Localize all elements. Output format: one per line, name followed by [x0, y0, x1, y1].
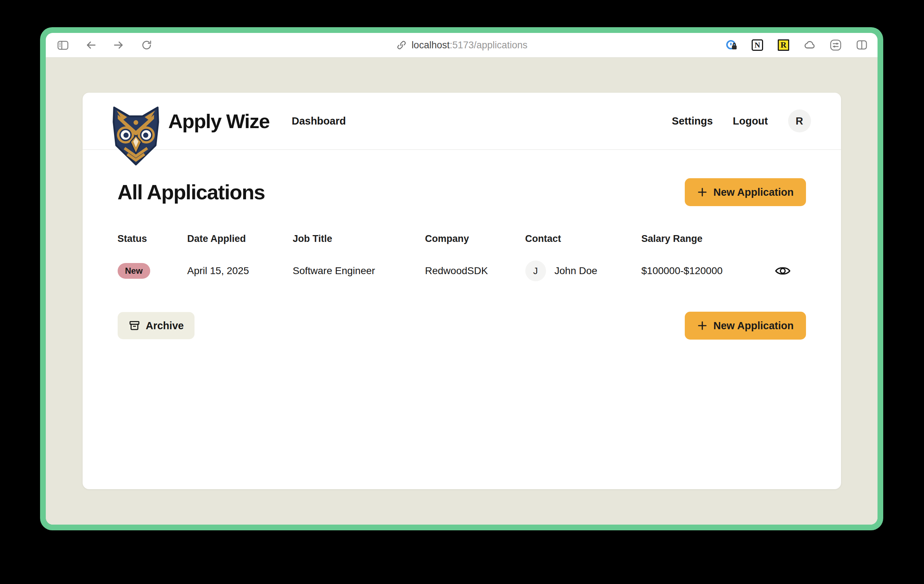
- browser-toolbar: localhost:5173/applications N R: [46, 33, 878, 58]
- col-salary-range: Salary Range: [642, 233, 759, 245]
- new-application-button-top[interactable]: New Application: [685, 178, 806, 206]
- browser-window: localhost:5173/applications N R: [40, 27, 883, 530]
- logout-link[interactable]: Logout: [733, 115, 768, 127]
- col-company: Company: [425, 233, 525, 245]
- app-header: Apply Wize Dashboard Settings Logout R: [82, 93, 841, 150]
- cell-company: RedwoodSDK: [425, 265, 525, 276]
- plus-icon: [697, 187, 708, 197]
- archive-button[interactable]: Archive: [118, 312, 195, 339]
- page-title: All Applications: [118, 178, 265, 207]
- col-contact: Contact: [525, 233, 642, 245]
- split-view-icon[interactable]: [855, 39, 868, 51]
- extension-sliders-icon[interactable]: [829, 39, 842, 51]
- plus-icon: [697, 320, 708, 331]
- cell-salary-range: $100000-$120000: [642, 265, 759, 276]
- view-application-button[interactable]: [774, 265, 791, 276]
- table-header: Status Date Applied Job Title Company Co…: [118, 232, 806, 246]
- cell-job-title: Software Engineer: [293, 265, 425, 276]
- owl-logo[interactable]: [109, 106, 163, 166]
- back-icon[interactable]: [84, 39, 97, 51]
- password-manager-icon[interactable]: [725, 39, 738, 51]
- eye-icon: [774, 265, 791, 276]
- status-badge: New: [118, 263, 150, 279]
- nav-dashboard[interactable]: Dashboard: [292, 115, 346, 127]
- brand-title[interactable]: Apply Wize: [168, 109, 270, 133]
- cloud-icon[interactable]: [803, 39, 816, 51]
- url-host: localhost: [412, 40, 450, 50]
- url-path: :5173/applications: [449, 40, 528, 50]
- user-avatar[interactable]: R: [788, 109, 811, 132]
- archive-icon: [129, 319, 140, 332]
- notion-icon[interactable]: N: [751, 39, 764, 51]
- col-date-applied: Date Applied: [187, 233, 293, 245]
- app-card: Apply Wize Dashboard Settings Logout R A…: [82, 93, 841, 489]
- table-row: New April 15, 2025 Software Engineer Red…: [118, 260, 806, 282]
- col-job-title: Job Title: [293, 233, 425, 245]
- contact-avatar: J: [525, 260, 546, 281]
- r-extension-icon[interactable]: R: [777, 39, 790, 51]
- new-application-button-bottom[interactable]: New Application: [685, 312, 806, 339]
- forward-icon[interactable]: [112, 39, 125, 51]
- sidebar-toggle-icon[interactable]: [56, 39, 69, 51]
- col-status: Status: [118, 233, 187, 245]
- cell-date-applied: April 15, 2025: [187, 265, 293, 276]
- page-background: Apply Wize Dashboard Settings Logout R A…: [46, 58, 878, 524]
- address-bar[interactable]: localhost:5173/applications: [396, 40, 528, 51]
- cell-contact: J John Doe: [525, 260, 642, 281]
- link-icon: [396, 40, 407, 51]
- settings-link[interactable]: Settings: [672, 115, 713, 127]
- contact-name: John Doe: [554, 265, 597, 276]
- reload-icon[interactable]: [140, 39, 153, 51]
- main-content: All Applications New Application Status …: [82, 178, 841, 339]
